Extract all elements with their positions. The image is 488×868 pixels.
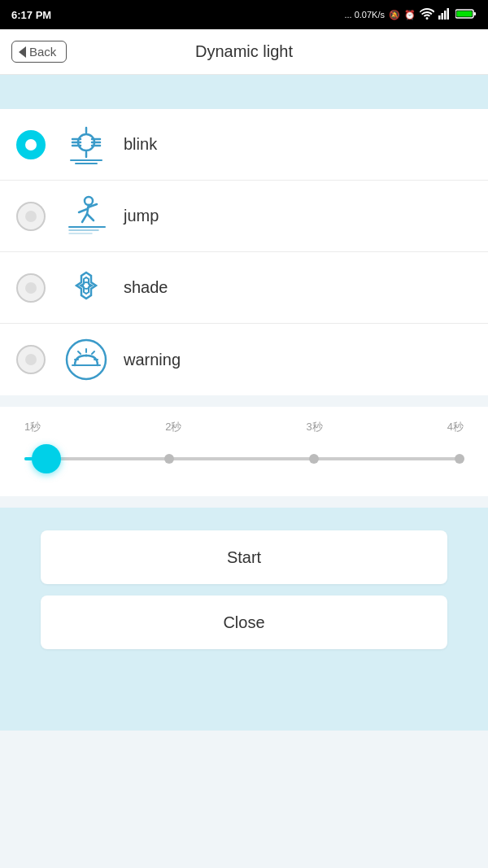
- list-item-shade[interactable]: shade: [0, 252, 488, 324]
- alarm-icon: ⏰: [404, 10, 416, 20]
- svg-rect-6: [457, 11, 473, 17]
- svg-rect-5: [474, 12, 477, 15]
- slider-tick-4: [455, 454, 464, 464]
- slider-section: 1秒 2秒 3秒 4秒: [0, 407, 488, 496]
- shade-icon: [62, 264, 111, 312]
- blink-label: blink: [124, 135, 157, 154]
- mute-icon: 🔕: [389, 10, 400, 20]
- svg-line-23: [82, 214, 87, 222]
- jump-icon: [62, 192, 111, 241]
- blue-bar: [0, 75, 488, 109]
- slider-label-1: 1秒: [24, 420, 41, 434]
- bottom-spacer: [0, 682, 488, 731]
- status-time: 6:17 PM: [11, 9, 51, 21]
- svg-line-32: [92, 351, 94, 354]
- radio-blink[interactable]: [16, 130, 46, 159]
- svg-rect-3: [447, 8, 450, 20]
- status-icons: ... 0.07K/s 🔕 ⏰: [344, 8, 477, 21]
- slider-label-3: 3秒: [307, 420, 323, 434]
- close-button[interactable]: Close: [41, 595, 447, 649]
- battery-icon: [455, 8, 477, 21]
- slider-tick-2: [164, 454, 174, 464]
- radio-warning[interactable]: [16, 345, 46, 374]
- svg-rect-0: [438, 15, 441, 20]
- list-item-jump[interactable]: jump: [0, 181, 488, 252]
- network-speed: ... 0.07K/s: [344, 10, 385, 20]
- svg-point-27: [83, 282, 89, 289]
- slider-tick-3: [309, 454, 319, 464]
- svg-point-29: [85, 355, 88, 357]
- signal-icon: [438, 8, 451, 21]
- list-item-blink[interactable]: blink: [0, 109, 488, 181]
- shade-label: shade: [124, 278, 168, 297]
- svg-line-31: [78, 351, 81, 354]
- svg-rect-2: [444, 11, 447, 20]
- slider-thumb[interactable]: [32, 444, 61, 473]
- back-label: Back: [29, 45, 56, 59]
- back-button[interactable]: Back: [11, 41, 67, 63]
- slider-label-2: 2秒: [165, 420, 181, 434]
- svg-point-28: [67, 340, 106, 379]
- bottom-section: Start Close: [0, 508, 488, 682]
- slider-labels: 1秒 2秒 3秒 4秒: [24, 420, 464, 434]
- start-button[interactable]: Start: [41, 530, 447, 584]
- blink-icon: [62, 120, 111, 169]
- warning-label: warning: [124, 351, 181, 369]
- jump-label: jump: [124, 207, 159, 225]
- status-bar: 6:17 PM ... 0.07K/s 🔕 ⏰: [0, 0, 488, 29]
- radio-shade[interactable]: [16, 273, 46, 303]
- header: Back Dynamic light: [0, 29, 488, 75]
- svg-rect-1: [442, 13, 444, 20]
- list-item-warning[interactable]: warning: [0, 324, 488, 395]
- items-list: blink jump: [0, 109, 488, 395]
- warning-icon: [62, 335, 111, 384]
- svg-line-21: [79, 209, 87, 212]
- radio-jump[interactable]: [16, 202, 46, 231]
- svg-line-22: [87, 214, 94, 220]
- slider-track[interactable]: [24, 444, 464, 473]
- svg-point-18: [85, 197, 93, 205]
- page-title: Dynamic light: [195, 42, 293, 61]
- track-background: [24, 457, 464, 460]
- slider-label-4: 4秒: [447, 420, 464, 434]
- wifi-icon: [420, 8, 434, 21]
